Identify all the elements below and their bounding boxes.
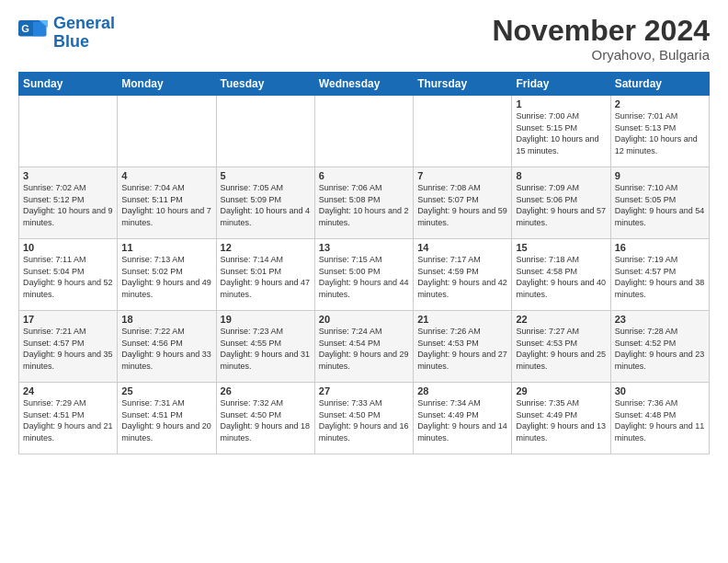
day-info: Sunrise: 7:18 AM Sunset: 4:58 PM Dayligh… bbox=[516, 254, 606, 300]
calendar-cell: 22Sunrise: 7:27 AM Sunset: 4:53 PM Dayli… bbox=[512, 311, 610, 383]
day-number: 6 bbox=[319, 170, 409, 181]
day-info: Sunrise: 7:32 AM Sunset: 4:50 PM Dayligh… bbox=[221, 397, 311, 443]
day-info: Sunrise: 7:33 AM Sunset: 4:50 PM Dayligh… bbox=[319, 397, 409, 443]
day-info: Sunrise: 7:00 AM Sunset: 5:15 PM Dayligh… bbox=[516, 110, 606, 156]
day-number: 4 bbox=[121, 170, 211, 181]
day-info: Sunrise: 7:29 AM Sunset: 4:51 PM Dayligh… bbox=[23, 397, 113, 443]
calendar-cell: 9Sunrise: 7:10 AM Sunset: 5:05 PM Daylig… bbox=[610, 167, 709, 239]
day-number: 28 bbox=[417, 385, 507, 396]
weekday-header-friday: Friday bbox=[512, 73, 610, 96]
calendar-week-3: 10Sunrise: 7:11 AM Sunset: 5:04 PM Dayli… bbox=[19, 239, 710, 311]
day-number: 14 bbox=[417, 242, 507, 253]
day-number: 9 bbox=[615, 170, 705, 181]
day-number: 22 bbox=[516, 314, 606, 325]
calendar-cell: 12Sunrise: 7:14 AM Sunset: 5:01 PM Dayli… bbox=[216, 239, 314, 311]
day-info: Sunrise: 7:31 AM Sunset: 4:51 PM Dayligh… bbox=[121, 397, 211, 443]
day-number: 21 bbox=[417, 314, 507, 325]
day-info: Sunrise: 7:36 AM Sunset: 4:48 PM Dayligh… bbox=[615, 397, 705, 443]
svg-text:G: G bbox=[21, 23, 29, 34]
calendar-cell: 20Sunrise: 7:24 AM Sunset: 4:54 PM Dayli… bbox=[314, 311, 413, 383]
day-info: Sunrise: 7:34 AM Sunset: 4:49 PM Dayligh… bbox=[417, 397, 507, 443]
day-number: 30 bbox=[615, 385, 705, 396]
calendar-cell: 2Sunrise: 7:01 AM Sunset: 5:13 PM Daylig… bbox=[610, 96, 709, 167]
day-info: Sunrise: 7:04 AM Sunset: 5:11 PM Dayligh… bbox=[121, 182, 211, 228]
day-info: Sunrise: 7:24 AM Sunset: 4:54 PM Dayligh… bbox=[319, 326, 409, 372]
day-info: Sunrise: 7:09 AM Sunset: 5:06 PM Dayligh… bbox=[516, 182, 606, 228]
day-info: Sunrise: 7:11 AM Sunset: 5:04 PM Dayligh… bbox=[23, 254, 113, 300]
day-number: 18 bbox=[121, 314, 211, 325]
calendar-cell: 13Sunrise: 7:15 AM Sunset: 5:00 PM Dayli… bbox=[314, 239, 413, 311]
day-info: Sunrise: 7:02 AM Sunset: 5:12 PM Dayligh… bbox=[23, 182, 113, 228]
title-block: November 2024 Oryahovo, Bulgaria bbox=[492, 15, 710, 63]
day-number: 11 bbox=[121, 242, 211, 253]
day-number: 29 bbox=[516, 385, 606, 396]
day-info: Sunrise: 7:10 AM Sunset: 5:05 PM Dayligh… bbox=[615, 182, 705, 228]
weekday-header-monday: Monday bbox=[118, 73, 216, 96]
day-number: 24 bbox=[23, 385, 113, 396]
weekday-header-thursday: Thursday bbox=[414, 73, 512, 96]
calendar-cell: 8Sunrise: 7:09 AM Sunset: 5:06 PM Daylig… bbox=[512, 167, 610, 239]
calendar-cell bbox=[414, 96, 512, 167]
day-number: 12 bbox=[221, 242, 311, 253]
calendar-cell: 23Sunrise: 7:28 AM Sunset: 4:52 PM Dayli… bbox=[610, 311, 709, 383]
calendar-cell: 1Sunrise: 7:00 AM Sunset: 5:15 PM Daylig… bbox=[512, 96, 610, 167]
day-info: Sunrise: 7:13 AM Sunset: 5:02 PM Dayligh… bbox=[121, 254, 211, 300]
calendar-cell: 16Sunrise: 7:19 AM Sunset: 4:57 PM Dayli… bbox=[610, 239, 709, 311]
day-info: Sunrise: 7:35 AM Sunset: 4:49 PM Dayligh… bbox=[516, 397, 606, 443]
calendar-cell: 30Sunrise: 7:36 AM Sunset: 4:48 PM Dayli… bbox=[610, 383, 709, 454]
location: Oryahovo, Bulgaria bbox=[492, 47, 710, 63]
calendar-cell: 17Sunrise: 7:21 AM Sunset: 4:57 PM Dayli… bbox=[19, 311, 118, 383]
weekday-header-wednesday: Wednesday bbox=[314, 73, 413, 96]
day-number: 8 bbox=[516, 170, 606, 181]
calendar-cell: 21Sunrise: 7:26 AM Sunset: 4:53 PM Dayli… bbox=[414, 311, 512, 383]
day-info: Sunrise: 7:23 AM Sunset: 4:55 PM Dayligh… bbox=[221, 326, 311, 372]
calendar-cell: 11Sunrise: 7:13 AM Sunset: 5:02 PM Dayli… bbox=[118, 239, 216, 311]
calendar-cell: 28Sunrise: 7:34 AM Sunset: 4:49 PM Dayli… bbox=[414, 383, 512, 454]
calendar-cell bbox=[216, 96, 314, 167]
calendar-cell: 18Sunrise: 7:22 AM Sunset: 4:56 PM Dayli… bbox=[118, 311, 216, 383]
day-info: Sunrise: 7:26 AM Sunset: 4:53 PM Dayligh… bbox=[417, 326, 507, 372]
day-info: Sunrise: 7:01 AM Sunset: 5:13 PM Dayligh… bbox=[615, 110, 705, 156]
logo: G General Blue bbox=[18, 15, 115, 52]
calendar-week-5: 24Sunrise: 7:29 AM Sunset: 4:51 PM Dayli… bbox=[19, 383, 710, 454]
day-number: 27 bbox=[319, 385, 409, 396]
day-number: 20 bbox=[319, 314, 409, 325]
calendar-cell: 7Sunrise: 7:08 AM Sunset: 5:07 PM Daylig… bbox=[414, 167, 512, 239]
calendar-cell bbox=[118, 96, 216, 167]
calendar-week-1: 1Sunrise: 7:00 AM Sunset: 5:15 PM Daylig… bbox=[19, 96, 710, 167]
day-number: 3 bbox=[23, 170, 113, 181]
day-number: 7 bbox=[417, 170, 507, 181]
calendar-week-2: 3Sunrise: 7:02 AM Sunset: 5:12 PM Daylig… bbox=[19, 167, 710, 239]
calendar-cell: 3Sunrise: 7:02 AM Sunset: 5:12 PM Daylig… bbox=[19, 167, 118, 239]
calendar-cell: 26Sunrise: 7:32 AM Sunset: 4:50 PM Dayli… bbox=[216, 383, 314, 454]
calendar-cell: 10Sunrise: 7:11 AM Sunset: 5:04 PM Dayli… bbox=[19, 239, 118, 311]
day-info: Sunrise: 7:28 AM Sunset: 4:52 PM Dayligh… bbox=[615, 326, 705, 372]
day-number: 1 bbox=[516, 98, 606, 109]
calendar-cell: 14Sunrise: 7:17 AM Sunset: 4:59 PM Dayli… bbox=[414, 239, 512, 311]
calendar-cell: 4Sunrise: 7:04 AM Sunset: 5:11 PM Daylig… bbox=[118, 167, 216, 239]
day-info: Sunrise: 7:15 AM Sunset: 5:00 PM Dayligh… bbox=[319, 254, 409, 300]
day-info: Sunrise: 7:22 AM Sunset: 4:56 PM Dayligh… bbox=[121, 326, 211, 372]
calendar-cell: 6Sunrise: 7:06 AM Sunset: 5:08 PM Daylig… bbox=[314, 167, 413, 239]
day-number: 15 bbox=[516, 242, 606, 253]
day-info: Sunrise: 7:21 AM Sunset: 4:57 PM Dayligh… bbox=[23, 326, 113, 372]
day-info: Sunrise: 7:05 AM Sunset: 5:09 PM Dayligh… bbox=[221, 182, 311, 228]
day-number: 26 bbox=[221, 385, 311, 396]
weekday-header-sunday: Sunday bbox=[19, 73, 118, 96]
calendar-cell: 25Sunrise: 7:31 AM Sunset: 4:51 PM Dayli… bbox=[118, 383, 216, 454]
month-title: November 2024 bbox=[492, 15, 710, 47]
calendar-cell: 24Sunrise: 7:29 AM Sunset: 4:51 PM Dayli… bbox=[19, 383, 118, 454]
day-number: 19 bbox=[221, 314, 311, 325]
day-number: 25 bbox=[121, 385, 211, 396]
day-number: 16 bbox=[615, 242, 705, 253]
page-header: G General Blue November 2024 Oryahovo, B… bbox=[18, 15, 710, 63]
calendar-cell bbox=[314, 96, 413, 167]
calendar-cell: 19Sunrise: 7:23 AM Sunset: 4:55 PM Dayli… bbox=[216, 311, 314, 383]
calendar-week-4: 17Sunrise: 7:21 AM Sunset: 4:57 PM Dayli… bbox=[19, 311, 710, 383]
day-number: 13 bbox=[319, 242, 409, 253]
day-info: Sunrise: 7:14 AM Sunset: 5:01 PM Dayligh… bbox=[221, 254, 311, 300]
day-number: 2 bbox=[615, 98, 705, 109]
day-info: Sunrise: 7:27 AM Sunset: 4:53 PM Dayligh… bbox=[516, 326, 606, 372]
day-info: Sunrise: 7:17 AM Sunset: 4:59 PM Dayligh… bbox=[417, 254, 507, 300]
calendar-cell: 29Sunrise: 7:35 AM Sunset: 4:49 PM Dayli… bbox=[512, 383, 610, 454]
